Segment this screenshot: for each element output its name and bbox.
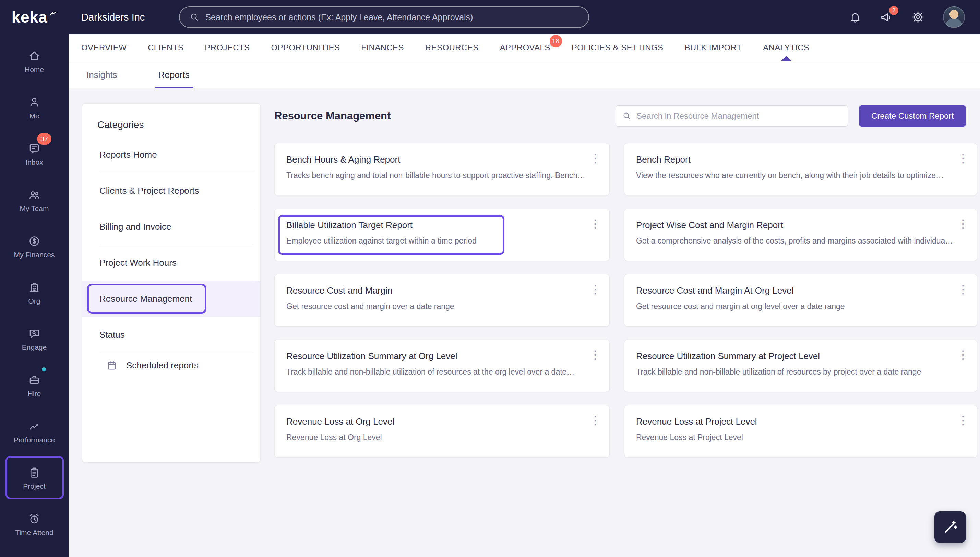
report-card-resource-cost-margin-org[interactable]: Resource Cost and Margin At Org Level Ge… — [624, 274, 977, 327]
more-options-icon[interactable]: ⋮ — [590, 349, 601, 360]
report-card-revenue-loss-project[interactable]: Revenue Loss at Project Level Revenue Lo… — [624, 405, 977, 458]
tab-bulk-import[interactable]: BULK IMPORT — [684, 34, 742, 61]
report-card-utilization-summary-org[interactable]: Resource Utilization Summary at Org Leve… — [274, 340, 609, 392]
scheduled-reports-link[interactable]: Scheduled reports — [106, 360, 198, 371]
team-icon — [28, 189, 41, 201]
tab-policies-settings[interactable]: POLICIES & SETTINGS — [572, 34, 663, 61]
user-icon — [28, 96, 41, 108]
sidebar-item-home[interactable]: Home — [0, 38, 68, 85]
keka-app: Darksiders Inc 2 keka — [0, 0, 980, 557]
user-avatar[interactable] — [943, 6, 965, 28]
more-options-icon[interactable]: ⋮ — [957, 283, 969, 295]
report-search-input[interactable] — [636, 111, 842, 121]
sidebar-item-performance[interactable]: Performance — [0, 409, 68, 455]
approvals-badge: 18 — [550, 35, 562, 47]
notifications-button[interactable] — [849, 11, 861, 23]
more-options-icon[interactable]: ⋮ — [590, 152, 601, 164]
sidebar-item-inbox[interactable]: Inbox 37 — [0, 131, 68, 178]
report-card-bench-hours-aging[interactable]: Bench Hours & Aging Report Tracks bench … — [274, 143, 609, 195]
search-icon — [189, 12, 200, 22]
tab-analytics[interactable]: ANALYTICS — [763, 34, 809, 61]
tab-clients[interactable]: CLIENTS — [148, 34, 184, 61]
time-attend-icon — [28, 513, 41, 525]
more-options-icon[interactable]: ⋮ — [957, 152, 969, 164]
subtab-reports[interactable]: Reports — [155, 61, 193, 88]
report-card-revenue-loss-org[interactable]: Revenue Loss at Org Level Revenue Loss a… — [274, 405, 609, 458]
sidebar-item-hire[interactable]: Hire — [0, 363, 68, 409]
search-icon — [622, 111, 632, 121]
report-card-resource-cost-margin[interactable]: Resource Cost and Margin Get resource co… — [274, 274, 609, 327]
sidebar-nav: Home Me Inbox 37 My Team My Finances — [0, 38, 68, 548]
sidebar-item-org[interactable]: Org — [0, 270, 68, 316]
tab-finances[interactable]: FINANCES — [361, 34, 404, 61]
project-icon — [28, 466, 41, 479]
header-actions: 2 — [849, 6, 980, 28]
more-options-icon[interactable]: ⋮ — [590, 283, 601, 295]
hire-new-dot — [41, 366, 47, 373]
inbox-icon — [28, 142, 41, 155]
more-options-icon[interactable]: ⋮ — [957, 218, 969, 230]
more-options-icon[interactable]: ⋮ — [590, 414, 601, 426]
report-search[interactable] — [616, 105, 848, 127]
sidebar-item-time-attend[interactable]: Time Attend — [0, 502, 68, 548]
announcements-button[interactable]: 2 — [880, 11, 893, 24]
org-icon — [28, 281, 41, 293]
category-billing-and-invoice[interactable]: Billing and Invoice — [82, 209, 260, 245]
more-options-icon[interactable]: ⋮ — [957, 349, 969, 360]
sidebar-item-project[interactable]: Project — [0, 455, 68, 502]
keka-logo[interactable]: keka — [0, 0, 68, 34]
global-search-input[interactable] — [205, 12, 579, 22]
bell-icon — [849, 11, 861, 23]
tab-overview[interactable]: OVERVIEW — [81, 34, 127, 61]
report-card-project-wise-cost-margin[interactable]: Project Wise Cost and Margin Report Get … — [624, 208, 977, 261]
sidebar-item-my-team[interactable]: My Team — [0, 178, 68, 224]
finances-icon — [28, 235, 41, 247]
section-header: Resource Management Create Custom Report — [274, 88, 966, 143]
settings-button[interactable] — [912, 11, 925, 24]
report-card-bench-report[interactable]: Bench Report View the resources who are … — [624, 143, 977, 195]
home-icon — [28, 50, 41, 62]
sidebar-item-my-finances[interactable]: My Finances — [0, 224, 68, 270]
categories-title: Categories — [82, 104, 260, 130]
category-clients-project-reports[interactable]: Clients & Project Reports — [82, 173, 260, 209]
engage-icon — [28, 327, 41, 340]
create-custom-report-button[interactable]: Create Custom Report — [859, 105, 966, 127]
announcements-badge: 2 — [889, 6, 899, 15]
categories-list: Reports Home Clients & Project Reports B… — [82, 137, 260, 353]
sidebar-item-engage[interactable]: Engage — [0, 316, 68, 363]
performance-icon — [28, 420, 41, 433]
company-name: Darksiders Inc — [81, 11, 145, 23]
page-title: Resource Management — [274, 110, 390, 122]
tab-approvals[interactable]: APPROVALS18 — [500, 34, 550, 61]
more-options-icon[interactable]: ⋮ — [957, 414, 969, 426]
left-sidebar: keka Home Me Inbox 37 My Team — [0, 0, 68, 557]
hire-icon — [28, 374, 41, 386]
category-reports-home[interactable]: Reports Home — [82, 137, 260, 173]
top-header: Darksiders Inc 2 — [0, 0, 980, 34]
module-tabs: OVERVIEW CLIENTS PROJECTS OPPORTUNITIES … — [68, 34, 980, 61]
calendar-icon — [106, 360, 117, 371]
keka-logo-text: keka — [11, 8, 47, 26]
analytics-subtabs: Insights Reports — [68, 61, 980, 88]
inbox-badge: 37 — [37, 133, 52, 145]
category-status[interactable]: Status — [82, 317, 260, 353]
subtab-insights[interactable]: Insights — [83, 61, 121, 88]
report-card-billable-utilization-target[interactable]: Billable Utilization Target Report Emplo… — [274, 208, 609, 261]
tab-opportunities[interactable]: OPPORTUNITIES — [271, 34, 340, 61]
ai-assistant-button[interactable] — [934, 511, 966, 543]
categories-panel: Categories Reports Home Clients & Projec… — [82, 103, 261, 463]
more-options-icon[interactable]: ⋮ — [590, 218, 601, 230]
magic-wand-icon — [942, 519, 958, 535]
keka-logo-spark-icon — [49, 8, 57, 17]
tab-resources[interactable]: RESOURCES — [425, 34, 479, 61]
reports-grid: Bench Hours & Aging Report Tracks bench … — [274, 143, 966, 458]
category-resource-management[interactable]: Resource Management — [82, 281, 260, 317]
sidebar-item-me[interactable]: Me — [0, 85, 68, 131]
report-card-utilization-summary-project[interactable]: Resource Utilization Summary at Project … — [624, 340, 977, 392]
category-project-work-hours[interactable]: Project Work Hours — [82, 245, 260, 281]
main-content: Categories Reports Home Clients & Projec… — [68, 88, 980, 557]
gear-icon — [912, 11, 925, 24]
global-search[interactable] — [179, 6, 589, 28]
tab-projects[interactable]: PROJECTS — [205, 34, 250, 61]
